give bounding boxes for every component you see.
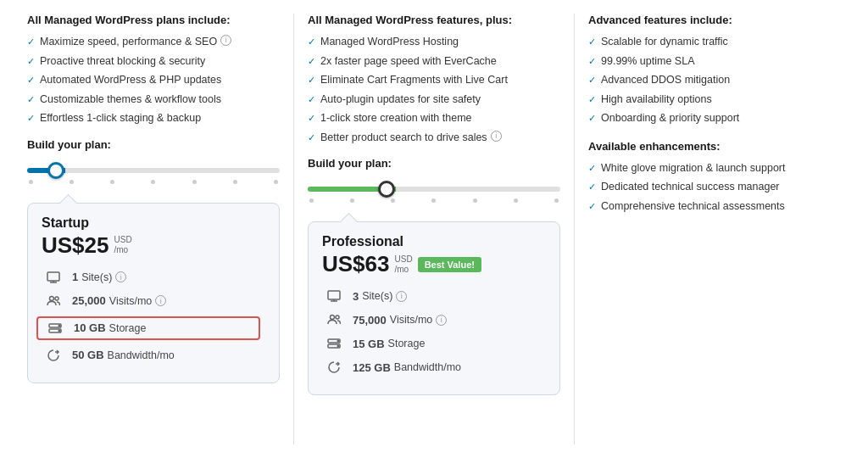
plan-detail-sites-2: 3 Site(s) i [322, 288, 546, 304]
sites-label: Site(s) [81, 271, 112, 283]
col2-section-title: All Managed WordPress features, plus: [308, 14, 560, 26]
best-value-badge: Best Value! [418, 257, 481, 272]
slider-dot [431, 198, 436, 203]
list-item: ✓ Automated WordPress & PHP updates [27, 73, 280, 88]
plan-price: US$63 [322, 251, 390, 277]
check-icon: ✓ [308, 36, 315, 48]
managed-wp-column: All Managed WordPress plans include: ✓ M… [14, 14, 294, 444]
col1-slider[interactable] [27, 158, 280, 187]
list-item: ✓ Eliminate Cart Fragments with Live Car… [308, 73, 560, 88]
slider-dot [309, 198, 314, 203]
visits-icon-2 [322, 311, 346, 328]
professional-plan-card: Professional US$63 USD /mo Best Value! 3… [308, 221, 560, 395]
check-icon: ✓ [588, 55, 596, 68]
plan-details-list-2: 3 Site(s) i 75,000 Visits/mo i 15 [322, 288, 546, 376]
visits-label: Visits/mo [109, 295, 152, 307]
slider-thumb-green[interactable] [378, 181, 395, 198]
storage-icon-2 [322, 335, 346, 352]
list-item: ✓ Comprehensive technical assessments [588, 199, 841, 215]
list-item: ✓ White glove migration & launch support [588, 161, 841, 176]
slider-dot [514, 198, 518, 203]
slider-dot [233, 180, 237, 184]
list-item: ✓ Better product search to drive sales i [308, 131, 560, 146]
storage-label: Storage [109, 322, 147, 334]
check-icon: ✓ [27, 93, 35, 106]
plan-detail-sites: 1 Site(s) i [42, 269, 265, 286]
check-icon: ✓ [308, 93, 315, 106]
feature-text: Automated WordPress & PHP updates [40, 73, 221, 88]
svg-rect-9 [328, 291, 340, 299]
bandwidth-icon [42, 347, 65, 364]
plan-price-row-2: US$63 USD /mo Best Value! [322, 251, 546, 277]
plan-detail-storage-2: 15 GB Storage [322, 335, 546, 352]
info-icon[interactable]: i [396, 291, 407, 302]
slider-thumb[interactable] [47, 162, 64, 179]
list-item: ✓ Dedicated technical success manager [588, 180, 841, 195]
svg-rect-0 [47, 272, 59, 281]
plan-detail-bandwidth: 50 GB Bandwidth/mo [42, 347, 265, 364]
storage-value: 10 GB [74, 321, 106, 334]
check-icon: ✓ [308, 112, 315, 125]
enhancement-text: Comprehensive technical assessments [601, 199, 785, 215]
sites-icon-2 [322, 288, 346, 304]
slider-dot [350, 198, 354, 203]
check-icon: ✓ [588, 181, 596, 193]
svg-point-13 [336, 316, 339, 319]
feature-text: Auto-plugin updates for site safety [320, 92, 481, 108]
slider-dot [29, 180, 33, 184]
feature-text: High availability options [601, 92, 712, 108]
info-icon[interactable]: i [155, 295, 166, 306]
col2-slider[interactable] [308, 176, 560, 206]
visits-value-2: 75,000 [353, 314, 387, 327]
list-item: ✓ High availability options [588, 92, 841, 108]
check-icon: ✓ [308, 55, 315, 68]
enhancements-title: Available enhancements: [588, 140, 841, 153]
info-icon[interactable]: i [220, 35, 231, 46]
plan-currency: USD /mo [395, 254, 413, 275]
check-icon: ✓ [27, 36, 35, 48]
list-item: ✓ 99.99% uptime SLA [588, 54, 841, 70]
plan-detail-visits: 25,000 Visits/mo i [42, 293, 265, 310]
sites-value-2: 3 [353, 290, 359, 303]
feature-text: Effortless 1-click staging & backup [40, 111, 201, 126]
list-item: ✓ Proactive threat blocking & security [27, 54, 280, 70]
sites-value: 1 [72, 271, 78, 283]
list-item: ✓ Scalable for dynamic traffic [588, 35, 841, 50]
feature-text: Advanced DDOS mitigation [601, 73, 730, 88]
plan-detail-bandwidth-2: 125 GB Bandwidth/mo [322, 359, 546, 376]
col2-feature-list: ✓ Managed WordPress Hosting ✓ 2x faster … [308, 35, 560, 145]
feature-text: Proactive threat blocking & security [40, 54, 205, 70]
col3-section-title: Advanced features include: [588, 14, 841, 26]
slider-dots [27, 180, 280, 184]
visits-value: 25,000 [72, 294, 106, 307]
slider-dot [70, 180, 74, 184]
info-icon[interactable]: i [436, 315, 447, 326]
plan-detail-storage: 10 GB Storage [42, 316, 265, 340]
slider-dot [151, 180, 155, 184]
check-icon: ✓ [27, 74, 35, 87]
col1-section-title: All Managed WordPress plans include: [27, 14, 280, 26]
plan-price-row: US$25 USD /mo [42, 232, 265, 259]
check-icon: ✓ [27, 112, 35, 125]
feature-text: Eliminate Cart Fragments with Live Cart [320, 73, 508, 88]
storage-row-highlighted: 10 GB Storage [36, 316, 260, 340]
storage-label-2: Storage [388, 338, 426, 349]
storage-value-2: 15 GB [353, 338, 385, 350]
svg-point-16 [337, 340, 339, 342]
advanced-column: Advanced features include: ✓ Scalable fo… [575, 14, 854, 444]
slider-dot [192, 180, 197, 184]
plan-name: Professional [322, 234, 546, 249]
list-item: ✓ Managed WordPress Hosting [308, 35, 560, 50]
slider-dot [274, 180, 278, 184]
slider-dot [110, 180, 114, 184]
info-icon[interactable]: i [491, 131, 502, 142]
check-icon: ✓ [308, 131, 315, 144]
slider-track [27, 168, 280, 173]
info-icon[interactable]: i [115, 271, 126, 282]
bandwidth-label: Bandwidth/mo [108, 349, 175, 361]
visits-icon [42, 293, 65, 310]
slider-dot [554, 198, 559, 203]
col1-feature-list: ✓ Maximize speed, performance & SEO i ✓ … [27, 35, 280, 126]
svg-point-7 [58, 325, 60, 327]
check-icon: ✓ [308, 74, 315, 87]
